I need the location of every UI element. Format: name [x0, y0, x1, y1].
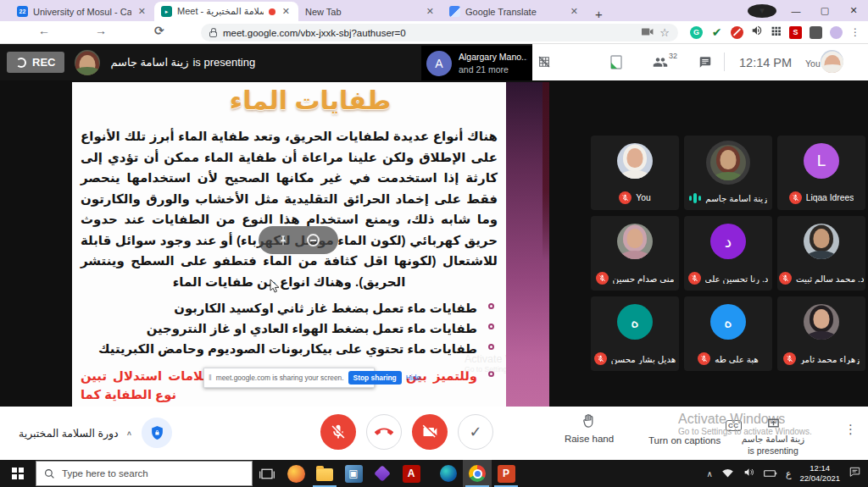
browser-toolbar: ← → ⟳ meet.google.com/vbx-jxxk-sbj?authu…: [0, 21, 868, 44]
stop-sharing-button[interactable]: Stop sharing: [348, 371, 402, 385]
participant-tile[interactable]: ه هبة علي طه: [684, 296, 772, 371]
close-window-button[interactable]: ✕: [839, 5, 868, 16]
volume-icon[interactable]: [743, 466, 755, 481]
presenting-suffix: is presenting: [192, 56, 255, 69]
taskbar-clock[interactable]: 12:14 22/04/2021: [799, 463, 840, 484]
chat-icon[interactable]: [698, 56, 712, 72]
action-center-icon[interactable]: [849, 466, 861, 481]
extensions-row: G ✔ S ⋮: [690, 25, 861, 40]
search-input[interactable]: Type here to search: [36, 461, 253, 486]
participant-tile[interactable]: د د. رنا تحسين علي: [684, 216, 772, 291]
participant-tile[interactable]: ه هديل بشار محسن: [591, 296, 679, 371]
taskbar-app-photos[interactable]: ▣: [339, 460, 368, 487]
meeting-safety-shield-icon[interactable]: [142, 418, 172, 448]
taskbar-app-irfanview[interactable]: [281, 460, 310, 487]
grammarly-extension-icon[interactable]: G: [690, 26, 703, 39]
language-indicator[interactable]: ع: [786, 468, 792, 479]
more-options-icon[interactable]: ⋮: [844, 422, 857, 437]
camera-permission-icon[interactable]: [642, 27, 654, 38]
new-tab-button[interactable]: +: [595, 7, 603, 21]
raise-hand-label: Raise hand: [551, 434, 627, 444]
close-tab-icon[interactable]: ✕: [136, 6, 147, 17]
edge-icon: [440, 465, 457, 482]
close-tab-icon[interactable]: ✕: [569, 6, 580, 17]
tab-meet[interactable]: ▸ Meet - دورة السلامة المختبرية ✕: [154, 2, 298, 21]
taskbar-app-diamond[interactable]: [368, 460, 397, 487]
maximize-button[interactable]: ▢: [810, 5, 839, 16]
tab-title: Google Translate: [465, 7, 564, 17]
back-button[interactable]: ←: [38, 24, 50, 37]
forward-button[interactable]: →: [95, 24, 107, 37]
translate-favicon: [449, 6, 460, 17]
grid-extension-icon[interactable]: [771, 25, 782, 40]
leave-call-button[interactable]: [366, 414, 402, 450]
taskbar-app-edge[interactable]: [434, 460, 463, 487]
grid-view-off-icon[interactable]: [537, 55, 551, 72]
bullet-marker-icon: [488, 371, 494, 377]
profile-avatar[interactable]: [830, 26, 843, 39]
taskbar-app-powerpoint[interactable]: P: [492, 460, 520, 487]
participants-joined-notification[interactable]: A Algargary Mano... and 21 more: [421, 46, 532, 80]
s-extension-icon[interactable]: S: [789, 26, 802, 39]
check-button[interactable]: ✓: [458, 414, 493, 450]
presenter-name: زينة اسامة جاسم: [110, 56, 188, 69]
meeting-name[interactable]: دورة السلامة المختبرية ∧: [19, 427, 132, 440]
close-tab-icon[interactable]: ✕: [281, 6, 292, 17]
reload-button[interactable]: ⟳: [154, 24, 164, 37]
participant-tile[interactable]: L Liqaa Idrees: [777, 136, 865, 210]
participant-name: Liqaa Idrees: [806, 193, 854, 202]
avatar: [710, 145, 746, 180]
avatar: [617, 143, 653, 179]
close-tab-icon[interactable]: ✕: [425, 6, 436, 17]
captions-label[interactable]: Turn on captions: [648, 435, 721, 445]
browser-menu-icon[interactable]: ⋮: [850, 26, 861, 38]
camera-toggle-button[interactable]: [412, 414, 448, 450]
pin-icon[interactable]: [277, 234, 289, 247]
adblock-extension-icon[interactable]: [731, 26, 743, 39]
address-bar[interactable]: meet.google.com/vbx-jxxk-sbj?authuser=0 …: [201, 24, 678, 42]
participant-tile[interactable]: زهراء محمد ثامر: [777, 296, 865, 371]
bullet-marker-icon: [488, 324, 494, 329]
calendar-favicon: 22: [17, 6, 28, 17]
mic-muted-icon: [789, 191, 802, 204]
task-view-button[interactable]: [253, 460, 281, 487]
slide-title: طفايات الماء: [81, 86, 498, 115]
chrome-icon: [469, 465, 486, 482]
taskbar-app-file-explorer[interactable]: [310, 460, 339, 487]
mic-toggle-button[interactable]: [320, 414, 356, 450]
tab-university-calendar[interactable]: 22 University of Mosul - Calendar - T ✕: [10, 2, 154, 21]
remove-tile-icon[interactable]: [307, 234, 320, 246]
raise-hand-button[interactable]: Raise hand: [551, 412, 627, 444]
participant-count: 32: [669, 52, 677, 60]
participant-tile[interactable]: منى صدام حسين: [591, 216, 679, 291]
battery-icon[interactable]: [764, 466, 777, 481]
tab-google-translate[interactable]: Google Translate ✕: [442, 2, 587, 21]
chevron-up-icon: ∧: [126, 429, 132, 437]
meeting-clock: 12:14 PM: [739, 56, 792, 69]
hide-toast-button[interactable]: Hide: [406, 374, 420, 382]
participants-icon[interactable]: [653, 56, 668, 72]
checkmark-extension-icon[interactable]: ✔: [710, 26, 723, 39]
tray-expand-icon[interactable]: ∧: [707, 469, 713, 479]
participant-tile[interactable]: د. محمد سالم ثبيت: [777, 216, 865, 291]
mic-muted-icon: [619, 191, 632, 204]
minimize-button[interactable]: —: [782, 6, 810, 16]
wifi-icon[interactable]: [721, 466, 734, 481]
meet-stage: طفايات الماء هناك أنواع عديدة لطفايات ال…: [0, 80, 868, 407]
start-button[interactable]: [0, 460, 36, 487]
secure-lock-icon[interactable]: [209, 31, 217, 37]
volume-extension-icon[interactable]: [751, 25, 763, 40]
participant-tile[interactable]: You: [591, 136, 679, 210]
bookmark-star-icon[interactable]: ☆: [659, 26, 670, 39]
taskbar-app-chrome[interactable]: [463, 460, 492, 487]
profile-chevron-icon[interactable]: ▾: [748, 4, 776, 18]
participant-tile[interactable]: زينة اسامة جاسم: [684, 136, 772, 210]
slide-paragraph: هناك أنواع عديدة لطفايات الحريق، وتعد طف…: [81, 126, 498, 292]
taskbar-app-acrobat[interactable]: A: [397, 460, 426, 487]
extensions-puzzle-icon[interactable]: [810, 26, 822, 39]
tab-new-tab[interactable]: New Tab ✕: [298, 2, 442, 21]
avatar: [804, 224, 839, 259]
folder-icon: [316, 468, 333, 481]
you-thumbnail-avatar[interactable]: [821, 50, 843, 73]
presentation-file-icon[interactable]: [610, 55, 622, 73]
